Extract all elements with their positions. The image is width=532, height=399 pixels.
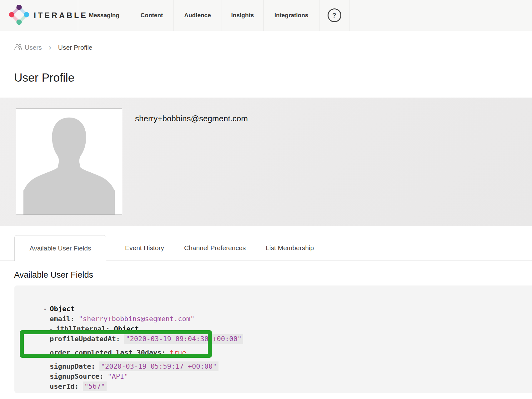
breadcrumb-users-label: Users (25, 44, 42, 51)
breadcrumb-chevron-icon: › (46, 44, 54, 51)
profile-tabs: Available User Fields Event History Chan… (0, 235, 532, 261)
avatar-placeholder (16, 109, 122, 215)
user-hero-section: sherry+bobbins@segment.com (0, 98, 532, 226)
page-title: User Profile (14, 71, 74, 84)
field-row-signupsource: signupSource:"API" (33, 362, 128, 372)
field-row-root: ▾Object (27, 295, 75, 304)
field-value: "API" (108, 372, 128, 380)
field-key: userId: (50, 382, 79, 390)
breadcrumb-current: User Profile (58, 44, 93, 51)
iterable-logo[interactable]: ITERABLE (0, 0, 78, 31)
help-icon: ? (328, 8, 341, 22)
field-row-email: email:"sherry+bobbins@segment.com" (33, 305, 194, 314)
nav-item-audience[interactable]: Audience (173, 0, 222, 31)
top-nav: ITERABLE Messaging Content Audience Insi… (0, 0, 532, 31)
user-fields-panel: ▾Object email:"sherry+bobbins@segment.co… (14, 285, 532, 393)
help-button[interactable]: ? (319, 0, 349, 31)
field-row-signupdate: signupDate:"2020-03-19 05:59:17 +00:00" (33, 352, 218, 362)
nav-item-content[interactable]: Content (130, 0, 173, 31)
tab-available-user-fields[interactable]: Available User Fields (14, 235, 106, 261)
tab-event-history[interactable]: Event History (115, 235, 174, 260)
tab-list-membership[interactable]: List Membership (256, 235, 324, 260)
tab-channel-preferences[interactable]: Channel Preferences (174, 235, 256, 260)
field-row-order-completed: order_completed_last_30days:true (33, 339, 186, 348)
breadcrumb-users-link[interactable]: Users (14, 43, 42, 52)
nav-item-messaging[interactable]: Messaging (78, 0, 130, 31)
field-value: "567" (83, 381, 107, 391)
nav-item-insights[interactable]: Insights (222, 0, 263, 31)
avatar-silhouette-icon (16, 109, 122, 215)
breadcrumb: Users › User Profile (14, 43, 93, 53)
nav-item-integrations[interactable]: Integrations (263, 0, 319, 31)
field-row-profileupdatedat: profileUpdatedAt:"2020-03-19 09:04:30 +0… (33, 325, 243, 334)
field-row-itblinternal: ▸itblInternal:Object (33, 315, 139, 324)
section-heading: Available User Fields (14, 270, 93, 280)
user-email: sherry+bobbins@segment.com (135, 114, 248, 124)
users-icon (14, 43, 22, 52)
iterable-logo-mark-icon (9, 4, 29, 26)
field-row-userid: userId:"567" (33, 372, 107, 382)
